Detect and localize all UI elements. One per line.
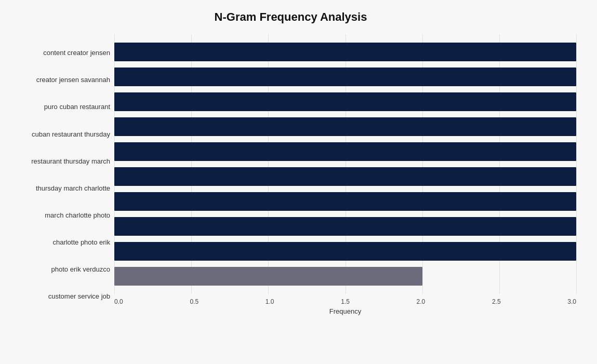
y-axis-label: creator jensen savannah bbox=[36, 68, 110, 92]
y-axis-label: puro cuban restaurant bbox=[44, 95, 110, 119]
bar-row bbox=[114, 89, 576, 114]
x-tick: 1.0 bbox=[266, 298, 274, 305]
y-axis-label: march charlotte photo bbox=[45, 203, 110, 228]
bar-row bbox=[114, 164, 576, 189]
bar-row bbox=[114, 189, 576, 214]
bar-row bbox=[114, 64, 576, 89]
x-tick: 0.0 bbox=[114, 298, 123, 305]
chart-area: content creator jensencreator jensen sav… bbox=[5, 34, 576, 315]
y-axis-label: restaurant thursday march bbox=[31, 149, 110, 173]
grid-line bbox=[576, 34, 577, 294]
bar-row bbox=[114, 39, 576, 64]
plot-area: 0.00.51.01.52.02.53.0 Frequency bbox=[114, 34, 576, 315]
bar bbox=[114, 192, 576, 211]
x-tick: 0.5 bbox=[190, 298, 198, 305]
x-axis: 0.00.51.01.52.02.53.0 bbox=[114, 294, 576, 305]
bar bbox=[114, 242, 576, 261]
y-axis-label: photo erik verduzco bbox=[51, 257, 110, 282]
y-axis: content creator jensencreator jensen sav… bbox=[5, 34, 114, 315]
bars-wrapper bbox=[114, 34, 576, 294]
bar bbox=[114, 92, 576, 111]
x-tick: 2.5 bbox=[492, 298, 501, 305]
bar bbox=[114, 217, 576, 236]
bar-row bbox=[114, 264, 576, 289]
y-axis-label: charlotte photo erik bbox=[52, 230, 110, 255]
bar bbox=[114, 167, 576, 186]
bar bbox=[114, 142, 576, 161]
bar bbox=[114, 68, 576, 86]
y-axis-label: thursday march charlotte bbox=[36, 176, 110, 201]
x-tick: 2.0 bbox=[417, 298, 426, 305]
chart-title: N-Gram Frequency Analysis bbox=[5, 10, 576, 24]
y-axis-label: cuban restaurant thursday bbox=[32, 122, 110, 146]
x-tick: 3.0 bbox=[567, 298, 576, 305]
x-axis-label: Frequency bbox=[114, 307, 576, 315]
y-axis-label: customer service job bbox=[48, 284, 110, 309]
x-tick: 1.5 bbox=[341, 298, 350, 305]
bar-row bbox=[114, 214, 576, 239]
bar bbox=[114, 267, 422, 286]
bar bbox=[114, 117, 576, 136]
bar-row bbox=[114, 114, 576, 139]
bar-row bbox=[114, 239, 576, 264]
y-axis-label: content creator jensen bbox=[43, 41, 110, 65]
bar-row bbox=[114, 139, 576, 164]
bar bbox=[114, 43, 576, 61]
chart-container: N-Gram Frequency Analysis content creato… bbox=[0, 0, 597, 364]
